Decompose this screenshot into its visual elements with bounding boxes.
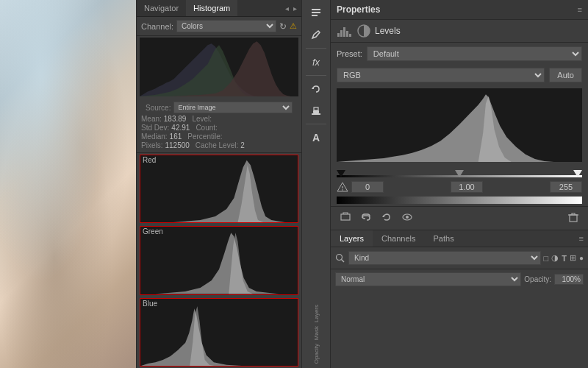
blend-mode-select[interactable]: Normal — [335, 272, 521, 286]
stat-count: Count: — [196, 124, 219, 132]
svg-rect-9 — [312, 113, 320, 115]
main-histogram-chart — [140, 38, 298, 96]
black-point-handle[interactable] — [337, 170, 345, 177]
levels-histogram-svg — [337, 88, 582, 162]
select-tool-button[interactable] — [304, 3, 328, 24]
svg-rect-10 — [337, 33, 340, 37]
panel-tabs: Navigator Histogram ◂ ▸ — [137, 0, 301, 17]
history-icon — [310, 83, 322, 95]
photo-canvas — [0, 0, 136, 368]
stat-level: Level: — [192, 115, 214, 123]
tab-navigator[interactable]: Navigator — [137, 0, 186, 16]
type-text: A — [312, 132, 320, 144]
stat-median: Median: 161 — [141, 132, 182, 141]
mid-level-input[interactable] — [451, 181, 483, 193]
histogram-stats: Source: Entire Image Mean: 183.89 Level:… — [137, 98, 301, 153]
stamp-button[interactable] — [304, 100, 328, 121]
level-label: Level: — [192, 115, 212, 123]
warning-levels-icon — [337, 181, 348, 193]
visibility-icon — [401, 211, 413, 223]
layer-filter-type[interactable]: T — [562, 254, 567, 263]
green-channel-label: Green — [140, 227, 165, 236]
opacity-input[interactable] — [554, 274, 584, 285]
white-point-handle[interactable] — [573, 170, 582, 177]
levels-histogram-chart — [337, 88, 582, 162]
svg-point-24 — [337, 254, 343, 260]
preset-select[interactable]: Default — [367, 46, 582, 61]
output-gradient — [337, 197, 582, 204]
layers-menu-icon[interactable]: ≡ — [579, 234, 588, 243]
layers-label: Layers — [313, 305, 320, 322]
svg-rect-4 — [312, 9, 320, 10]
tab-layers[interactable]: Layers — [331, 230, 373, 247]
source-select[interactable]: Entire Image — [173, 102, 293, 113]
channel-label: Channel: — [141, 22, 173, 31]
layer-filter-pixel[interactable]: □ — [544, 254, 549, 263]
paragraph-icon — [310, 7, 322, 19]
clip-button[interactable] — [337, 210, 354, 227]
preset-row: Preset: Default — [331, 43, 588, 65]
pen-tool-button[interactable] — [304, 24, 328, 45]
white-level-input[interactable] — [550, 181, 582, 193]
layers-blend-row: Normal Opacity: — [331, 269, 588, 289]
middle-toolbar: fx A Layers Mask Opacity — [301, 0, 331, 368]
mean-value: 183.89 — [164, 115, 187, 123]
blue-channel-label: Blue — [140, 299, 159, 308]
green-channel-chart — [140, 227, 298, 294]
adjustment-layer-icon — [357, 24, 370, 38]
levels-values — [331, 180, 588, 194]
fx-text: fx — [312, 57, 320, 68]
svg-rect-5 — [312, 12, 320, 13]
reset-button[interactable] — [378, 210, 395, 227]
percentile-label: Percentile: — [187, 132, 222, 141]
sliders-area — [331, 165, 588, 180]
visibility-button[interactable] — [398, 210, 416, 227]
opacity-label: Opacity: — [524, 275, 551, 283]
tab-histogram[interactable]: Histogram — [186, 0, 237, 16]
cache-value: 2 — [240, 141, 245, 149]
tab-channels[interactable]: Channels — [373, 230, 424, 247]
properties-header: Properties ≡ — [331, 0, 588, 20]
tab-paths[interactable]: Paths — [425, 230, 463, 247]
opacity-label: Opacity — [313, 344, 320, 364]
layers-tabs: Layers Channels Paths ≡ — [331, 230, 588, 247]
link-icon — [360, 211, 372, 223]
auto-button[interactable]: Auto — [549, 68, 582, 82]
svg-line-25 — [342, 259, 345, 262]
red-channel-label: Red — [140, 155, 158, 165]
layers-section: Layers Channels Paths ≡ Kind □ ◑ T ⊞ ● N… — [331, 230, 588, 368]
blue-channel-chart — [140, 299, 298, 366]
layer-filter-smartobj[interactable]: ● — [579, 254, 584, 262]
layer-filter-shape[interactable]: ⊞ — [570, 253, 576, 263]
refresh-button[interactable]: ↻ — [279, 21, 287, 32]
black-level-input[interactable] — [351, 181, 384, 193]
source-row: Source: Entire Image — [141, 100, 297, 115]
gray-point-handle[interactable] — [455, 170, 464, 177]
channel-select[interactable]: Colors — [176, 20, 276, 32]
svg-rect-1 — [140, 155, 298, 222]
link-button[interactable] — [357, 210, 375, 227]
fx-button[interactable]: fx — [304, 52, 328, 72]
stat-cache: Cache Level: 2 — [196, 141, 245, 149]
stats-row-4: Pixels: 112500 Cache Level: 2 — [141, 141, 297, 149]
type-button[interactable]: A — [304, 127, 328, 148]
collapse-icon[interactable]: ◂ — [284, 3, 290, 14]
delete-icon — [567, 211, 579, 223]
delete-button[interactable] — [564, 210, 582, 227]
toolbar-separator-1 — [306, 48, 326, 49]
levels-histogram-icon — [337, 24, 353, 38]
pixels-label: Pixels: — [141, 141, 162, 149]
svg-rect-8 — [314, 107, 318, 110]
history-back-button[interactable] — [304, 79, 328, 99]
channel-select-properties[interactable]: RGB — [337, 68, 545, 82]
kind-filter-select[interactable]: Kind — [348, 251, 541, 265]
input-slider-track — [337, 167, 582, 177]
layer-filter-adjustment[interactable]: ◑ — [551, 253, 559, 263]
red-channel-hist: Red — [140, 155, 298, 223]
stamp-icon — [310, 105, 322, 116]
mask-label: Mask — [313, 326, 320, 340]
expand-icon[interactable]: ▸ — [292, 3, 298, 14]
properties-menu-icon[interactable]: ≡ — [578, 5, 582, 14]
svg-rect-23 — [570, 215, 577, 222]
stats-row-2: Std Dev: 42.91 Count: — [141, 124, 297, 132]
